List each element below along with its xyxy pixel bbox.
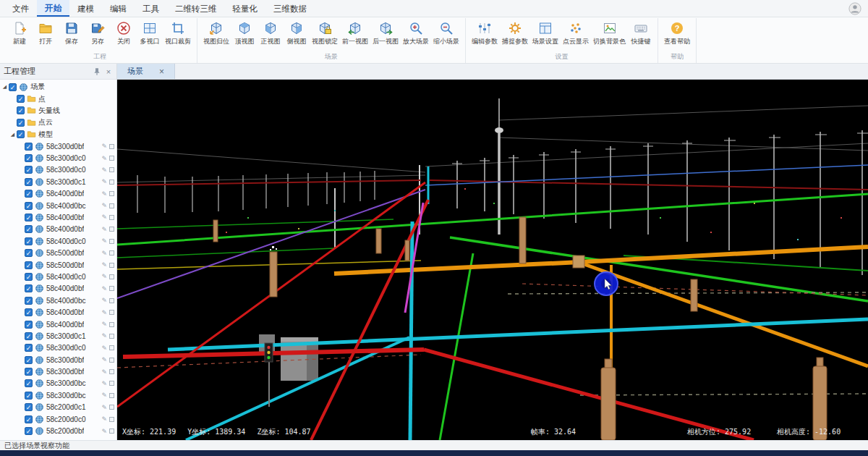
edit-box-icon[interactable] xyxy=(109,239,114,244)
tree-expand-arrow[interactable]: ◢ xyxy=(9,132,16,138)
ribbon-button[interactable]: 保存 xyxy=(59,18,85,47)
edit-box-icon[interactable] xyxy=(109,156,114,161)
menu-item[interactable]: 建模 xyxy=(69,0,102,17)
tree-item-model[interactable]: ✓58c400d0bf✎ xyxy=(0,211,116,223)
edit-box-icon[interactable] xyxy=(109,167,114,172)
checkbox-checked[interactable]: ✓ xyxy=(25,344,33,352)
checkbox-checked[interactable]: ✓ xyxy=(17,119,25,127)
edit-pencil-icon[interactable]: ✎ xyxy=(101,202,107,209)
checkbox-checked[interactable]: ✓ xyxy=(25,190,33,198)
close-panel-icon[interactable]: × xyxy=(104,67,113,76)
edit-pencil-icon[interactable]: ✎ xyxy=(101,321,107,328)
scene-3d-render[interactable] xyxy=(117,80,868,440)
edit-box-icon[interactable] xyxy=(109,250,114,256)
checkbox-checked[interactable]: ✓ xyxy=(25,154,33,162)
edit-box-icon[interactable] xyxy=(109,286,114,291)
tree-item-model[interactable]: ✓58c300d0c1✎ xyxy=(0,330,116,342)
ribbon-button[interactable]: 正视图 xyxy=(258,18,284,47)
edit-pencil-icon[interactable]: ✎ xyxy=(101,404,107,411)
checkbox-checked[interactable]: ✓ xyxy=(25,427,33,435)
edit-box-icon[interactable] xyxy=(109,203,114,208)
ribbon-button[interactable]: 快捷键 xyxy=(628,18,654,47)
tree-item-model[interactable]: ✓58c400d0bf✎ xyxy=(0,318,116,330)
ribbon-button[interactable]: 点云显示 xyxy=(561,18,591,47)
edit-box-icon[interactable] xyxy=(109,144,114,149)
tree-item-model[interactable]: ✓58c300d0c1✎ xyxy=(0,176,116,187)
tree-item-model[interactable]: ✓58c200d0bf✎ xyxy=(0,425,116,436)
tree-item-model[interactable]: ✓58c500d0bf✎ xyxy=(0,259,116,271)
edit-box-icon[interactable] xyxy=(109,393,114,398)
tree-item-model[interactable]: ✓58c400d0bf✎ xyxy=(0,224,116,235)
edit-box-icon[interactable] xyxy=(109,405,114,410)
checkbox-checked[interactable]: ✓ xyxy=(25,332,33,340)
edit-box-icon[interactable] xyxy=(109,191,114,196)
tree-item-model[interactable]: ✓58c300d0bf✎ xyxy=(0,140,116,152)
ribbon-button[interactable]: 放大场景 xyxy=(401,18,431,47)
menu-item[interactable]: 编辑 xyxy=(102,0,135,17)
edit-box-icon[interactable] xyxy=(109,381,114,386)
tree-item-model[interactable]: ✓58c300d0bf✎ xyxy=(0,366,116,377)
tree-item[interactable]: ✓点云 xyxy=(0,117,116,128)
tree-item-model[interactable]: ✓58c300d0bc✎ xyxy=(0,378,116,389)
ribbon-button[interactable]: 切换背景色 xyxy=(591,18,628,47)
menu-item[interactable]: 开始 xyxy=(37,0,69,17)
ribbon-button[interactable]: 视图归位 xyxy=(201,18,231,47)
edit-pencil-icon[interactable]: ✎ xyxy=(101,356,107,363)
edit-pencil-icon[interactable]: ✎ xyxy=(101,392,107,399)
tree-item-model[interactable]: ✓58c300d0c0✎ xyxy=(0,342,116,354)
checkbox-checked[interactable]: ✓ xyxy=(25,356,33,364)
ribbon-button[interactable]: 打开 xyxy=(33,18,59,47)
user-avatar-icon[interactable] xyxy=(848,2,861,15)
tree-item[interactable]: ✓点 xyxy=(0,93,116,104)
tree-item-model[interactable]: ✓58c200d0c0✎ xyxy=(0,413,116,425)
edit-pencil-icon[interactable]: ✎ xyxy=(101,273,107,280)
edit-box-icon[interactable] xyxy=(109,298,114,303)
checkbox-checked[interactable]: ✓ xyxy=(25,237,33,245)
tree-item-model[interactable]: ✓58c400d0bc✎ xyxy=(0,295,116,306)
tree-item[interactable]: ◢✓场景 xyxy=(0,81,116,93)
tree-item[interactable]: ✓矢量线 xyxy=(0,105,116,117)
tree-item-model[interactable]: ✓58c400d0c0✎ xyxy=(0,271,116,282)
ribbon-button[interactable]: ?查看帮助 xyxy=(662,18,692,47)
checkbox-checked[interactable]: ✓ xyxy=(25,178,33,186)
checkbox-checked[interactable]: ✓ xyxy=(17,106,25,114)
ribbon-button[interactable]: 新建 xyxy=(7,18,33,47)
tab-scene[interactable]: 场景 × xyxy=(117,64,175,79)
tree-item-model[interactable]: ✓58c300d0bf✎ xyxy=(0,354,116,366)
edit-pencil-icon[interactable]: ✎ xyxy=(101,178,107,185)
edit-box-icon[interactable] xyxy=(109,274,114,279)
tree-item-model[interactable]: ✓58c300d0c0✎ xyxy=(0,152,116,164)
checkbox-checked[interactable]: ✓ xyxy=(25,202,33,210)
edit-pencil-icon[interactable]: ✎ xyxy=(101,332,107,339)
tree-item[interactable]: ◢✓模型 xyxy=(0,129,116,140)
edit-pencil-icon[interactable]: ✎ xyxy=(101,345,107,352)
menu-item[interactable]: 三维数据 xyxy=(265,0,315,17)
menu-item[interactable]: 文件 xyxy=(4,0,37,17)
checkbox-checked[interactable]: ✓ xyxy=(25,403,33,411)
edit-pencil-icon[interactable]: ✎ xyxy=(101,428,107,435)
edit-box-icon[interactable] xyxy=(109,322,114,327)
tree-item-model[interactable]: ✓58c400d0c0✎ xyxy=(0,235,116,247)
edit-box-icon[interactable] xyxy=(109,263,114,268)
checkbox-checked[interactable]: ✓ xyxy=(9,83,17,91)
tree-item-model[interactable]: ✓58c400d0bf✎ xyxy=(0,306,116,318)
tree-item-model[interactable]: ✓58c300d0bc✎ xyxy=(0,389,116,401)
ribbon-button[interactable]: 后一视图 xyxy=(370,18,401,47)
edit-pencil-icon[interactable]: ✎ xyxy=(101,143,107,150)
checkbox-checked[interactable]: ✓ xyxy=(25,143,33,151)
tree-item-model[interactable]: ✓58c200d0c1✎ xyxy=(0,402,116,413)
edit-pencil-icon[interactable]: ✎ xyxy=(101,155,107,162)
edit-pencil-icon[interactable]: ✎ xyxy=(101,226,107,233)
tree-item-model[interactable]: ✓58c300d0c0✎ xyxy=(0,164,116,176)
checkbox-checked[interactable]: ✓ xyxy=(17,130,25,138)
ribbon-button[interactable]: 编辑参数 xyxy=(469,18,500,47)
checkbox-checked[interactable]: ✓ xyxy=(25,392,33,400)
ribbon-button[interactable]: 前一视图 xyxy=(340,18,370,47)
edit-box-icon[interactable] xyxy=(109,417,114,422)
menu-item[interactable]: 工具 xyxy=(135,0,167,17)
checkbox-checked[interactable]: ✓ xyxy=(25,297,33,305)
ribbon-button[interactable]: 捕捉参数 xyxy=(500,18,530,47)
checkbox-checked[interactable]: ✓ xyxy=(25,379,33,387)
checkbox-checked[interactable]: ✓ xyxy=(25,273,33,281)
edit-pencil-icon[interactable]: ✎ xyxy=(101,214,107,221)
